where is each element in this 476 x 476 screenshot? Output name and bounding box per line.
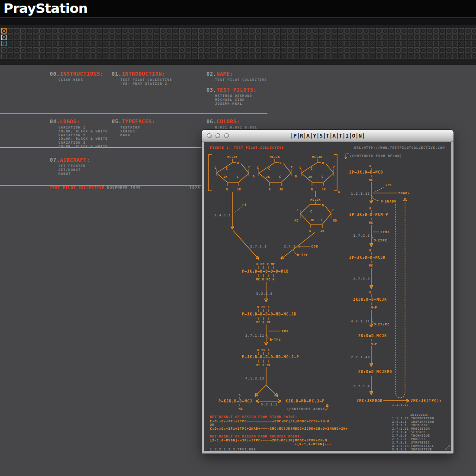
footer-counter: 1025: [190, 186, 200, 190]
hex-label: C: [310, 210, 312, 213]
checkbox-grid-area: [0, 25, 476, 65]
enzyme-label: 5.3.1.1: [261, 402, 278, 406]
section-number: 02.: [206, 71, 216, 77]
section-title: TYPEFACES:: [122, 119, 155, 125]
enzyme-label: 1.1.1.27: [392, 403, 409, 407]
node-R6: 2K₂D=D—MCJKMD: [358, 370, 392, 374]
involved-word: INSPIRATION: [411, 420, 434, 424]
window-resize-grip[interactable]: [445, 445, 450, 450]
residue-row: K MC K: [257, 348, 270, 352]
figure-url[interactable]: URL:HTTP://WWW.TESTPILOTCOLLECTIVE.COM: [354, 146, 445, 150]
involved-word: PRECISION: [411, 427, 430, 431]
hex-label: C: [226, 167, 228, 170]
grid-box-highlight-orange[interactable]: [1, 28, 7, 34]
result-formula: +[X-1,4-DSGN]ₙ₋₁: [295, 442, 331, 446]
menu-link[interactable]: ROBOT: [58, 172, 90, 176]
residue-label: K: [239, 393, 241, 397]
enzyme-label: 2.7.2.3: [353, 234, 370, 238]
divider-rule: [0, 113, 267, 114]
node-R2: 3P—JK₂D—D—MCM—P: [349, 213, 388, 217]
cofactor-label: 2NADK: [385, 199, 397, 203]
pathway-right: (CONTINUED FROM BELOW) K 2P—JK₂D—D—MCD M…: [346, 154, 442, 407]
result-tag: 1.3,2.1,3.2,TPC1.999: [210, 447, 256, 451]
residue-label: MD: [238, 407, 243, 411]
grid-checkboxes[interactable]: [0, 28, 476, 60]
footer-brand[interactable]: TEST PILOT COLLECTIVE: [50, 186, 104, 190]
section-header[interactable]: 00.INSTRUCTIONS:: [50, 71, 103, 77]
praystation-logo[interactable]: PrayStation: [3, 0, 87, 16]
enzyme-label: 1.2.1.12: [351, 192, 370, 196]
cofactor-label: CDK: [311, 244, 318, 248]
section-number: 05.: [112, 119, 122, 125]
residue-row: MC K MC K: [256, 278, 275, 281]
linkage-label: D: [253, 175, 255, 178]
section-header[interactable]: 06.COLORS:: [206, 119, 257, 125]
section-title: LOGOS:: [60, 119, 80, 125]
enzyme-label: 2.7.1.11: [245, 334, 264, 338]
net-results: NET RESULT OF DESIGN FROM STAND POINT: C…: [210, 415, 348, 451]
involved-code: 2.7.1.4: [392, 431, 407, 434]
menu-link[interactable]: -VS- PRAY STATION 2: [120, 82, 172, 86]
figure-title: FIGURE 1. TEST PILOT COLLECTIVE: [210, 146, 284, 150]
node-L1: P—JK₂D—D—D—D—D—MCD: [242, 270, 289, 273]
section-title: AIRCRAFT:: [60, 157, 90, 163]
section-header[interactable]: 03.TEST PILOTS:: [206, 87, 257, 93]
residue-label: K: [370, 164, 372, 168]
cofactor-label: CDK: [282, 329, 289, 333]
hex-label: C: [248, 166, 251, 169]
hex-label: MC₂JK: [310, 198, 321, 202]
result-formula: C₆D₁₂O₆+2Pi+2TPC+2NAD+───→2MC₃MC(JK)MDDC…: [210, 427, 348, 431]
involved-code: 5.3.1.1: [392, 448, 407, 451]
grid-box-highlight-cyan[interactable]: [1, 41, 7, 46]
section-name: 02.NAME: TEST PILOT COLLECTIVE: [206, 71, 267, 82]
window-titlebar[interactable]: |P|R|A|Y|S|T|A|T|I|O|N|: [202, 130, 453, 142]
footer: TEST PILOT COLLECTIVENOVEMBER 1999: [50, 186, 141, 190]
section-header[interactable]: 05.TYPEFACES:: [112, 119, 155, 125]
menu-link[interactable]: TEST PILOT COLLECTIVE: [215, 78, 267, 82]
node-R8: 2MC₃JK(TPC)₁: [411, 399, 442, 403]
residue-label: MC: [369, 264, 373, 267]
section-header[interactable]: 04.LOGOS:: [50, 119, 108, 125]
section-header[interactable]: 01.INTRODUCTION:: [112, 71, 172, 77]
residue-label: K: [370, 207, 372, 210]
node-R4: 2KJK₂D—D—MCJK: [353, 298, 387, 302]
node-R3: 3P—JK₂D—D—MCJK: [349, 256, 386, 260]
hex-label: D: [226, 188, 228, 191]
window-title: |P|R|A|Y|S|T|A|T|I|O|N|: [202, 132, 453, 139]
involved-word: INFORMATION: [411, 417, 434, 420]
residue-row: K MC K MC: [256, 263, 275, 266]
hex-label: D: [237, 161, 239, 165]
footer-date: NOVEMBER 1999: [107, 186, 141, 190]
residue-label: K: [370, 249, 372, 252]
menu-link[interactable]: MANG: [120, 134, 155, 138]
menu-link[interactable]: COLOR, BLACK & WHITE: [58, 145, 108, 149]
involved-code: 2.7.1.11: [392, 427, 409, 431]
section-header[interactable]: 02.NAME:: [206, 71, 267, 77]
section-introduction: 01.INTRODUCTION: TEST PILOT COLLECTIVE -…: [112, 71, 172, 86]
section-title: NAME:: [216, 71, 233, 77]
section-instructions: 00.INSTRUCTIONS: CLICK HERE: [50, 71, 103, 82]
enzyme-label: 2.4.1.1: [214, 213, 231, 217]
hex-label: JK: [223, 175, 228, 179]
section-typefaces: 05.TYPEFACES: TESTACON XERXES MANG: [112, 119, 155, 137]
residue-row: K MC K: [257, 306, 270, 309]
enzyme-label: 2.7.5.3: [353, 277, 370, 281]
grid-box-highlight-white[interactable]: [1, 35, 7, 40]
result-heading: NET RESULT OF DESIGN FROM COUNTER POINT:: [210, 434, 302, 438]
involved-code: 4.1.2.13: [392, 444, 409, 448]
menu-link[interactable]: CLICK HERE: [58, 78, 103, 82]
cofactor-label: 2CDK: [380, 230, 390, 234]
result-or: OR: [210, 423, 215, 427]
menu-link[interactable]: JOSEPH KRAL: [215, 102, 257, 106]
result-formula: C₆D₁₂O₆+2Pi+2TPC───────────→2MC₃MC(JK)MD…: [210, 419, 329, 423]
cofactor-label: Pi: [242, 203, 246, 207]
involved-word: IDEOLOGY: [411, 424, 428, 427]
checkbox-grid[interactable]: [0, 25, 476, 65]
window-content: FIGURE 1. TEST PILOT COLLECTIVE URL:HTTP…: [204, 142, 451, 451]
involved-code: 1.1.1.27: [392, 417, 409, 420]
section-title: TEST PILOTS:: [216, 87, 257, 93]
cofactor-label: 2Pi: [386, 183, 392, 187]
hex-label: MC: [295, 219, 299, 222]
section-header[interactable]: 07.AIRCRAFT:: [50, 157, 90, 163]
enzyme-label: 4.2.1.11: [351, 319, 370, 323]
